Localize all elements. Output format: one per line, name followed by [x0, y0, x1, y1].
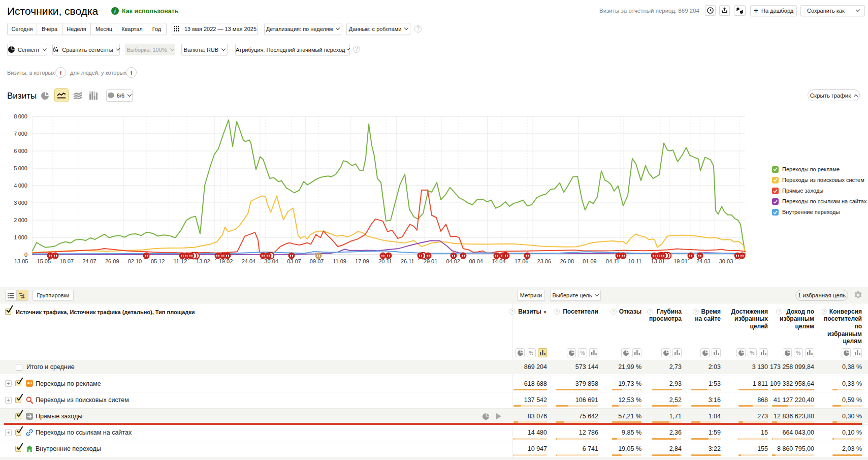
svg-text:18.07 — 24.07: 18.07 — 24.07 [60, 258, 97, 264]
svg-text:17.06 — 23.06: 17.06 — 23.06 [515, 258, 551, 264]
svg-text:3 000: 3 000 [14, 200, 27, 206]
svg-text:0: 0 [24, 252, 27, 258]
svg-text:8 000: 8 000 [14, 113, 27, 119]
svg-text:2 000: 2 000 [14, 217, 27, 223]
svg-text:24.03 — 30.03: 24.03 — 30.03 [696, 258, 733, 264]
svg-text:03.07 — 09.07: 03.07 — 09.07 [287, 258, 324, 264]
svg-text:1 000: 1 000 [14, 234, 27, 240]
svg-text:4 000: 4 000 [14, 182, 27, 189]
svg-text:08.04 — 14.04: 08.04 — 14.04 [469, 258, 505, 264]
svg-text:20.11 — 26.11: 20.11 — 26.11 [378, 258, 414, 264]
svg-text:29.01 — 04.02: 29.01 — 04.02 [424, 258, 460, 264]
svg-text:13.05 — 15.05: 13.05 — 15.05 [14, 258, 51, 264]
svg-text:26.09 — 02.10: 26.09 — 02.10 [105, 258, 142, 264]
svg-text:24.04 — 30.04: 24.04 — 30.04 [242, 258, 278, 264]
svg-text:05.12 — 11.12: 05.12 — 11.12 [151, 258, 187, 264]
svg-text:7 000: 7 000 [14, 131, 27, 137]
svg-text:26.08 — 01.09: 26.08 — 01.09 [560, 258, 597, 264]
svg-text:04.11 — 10.11: 04.11 — 10.11 [606, 258, 642, 264]
svg-text:11.09 — 17.09: 11.09 — 17.09 [333, 258, 369, 264]
svg-text:5 000: 5 000 [14, 165, 27, 171]
svg-text:6 000: 6 000 [14, 148, 27, 154]
svg-text:13.02 — 19.02: 13.02 — 19.02 [196, 258, 233, 264]
